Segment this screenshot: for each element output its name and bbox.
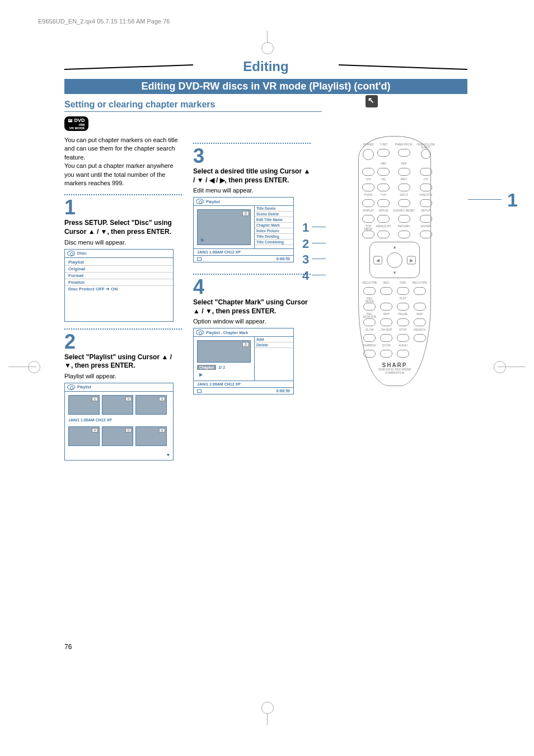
playlist-title: Playlist: [77, 384, 91, 390]
ch-up-button[interactable]: [420, 168, 432, 176]
dvd-rw-badge: 🖭 DVD-RWVR MODE: [64, 116, 88, 131]
audio-button[interactable]: [397, 350, 409, 358]
setup-button[interactable]: [420, 215, 432, 223]
disc-icon: [67, 251, 75, 256]
callout-1: 1: [302, 220, 309, 236]
step-4-number: 4: [193, 277, 311, 297]
thumb-num: 3: [242, 342, 249, 347]
remote-label: FWD: [400, 281, 406, 285]
ch-down-button[interactable]: [420, 184, 432, 191]
num-7-button[interactable]: [362, 199, 374, 207]
remote-label: ZOOM: [382, 344, 391, 348]
tset-button[interactable]: [377, 149, 390, 157]
edit-option: Scene Delete: [255, 212, 293, 217]
eject-button[interactable]: [421, 149, 431, 159]
enter-button[interactable]: [420, 231, 432, 238]
remote-label: REC/OTPB: [363, 281, 377, 285]
search-button[interactable]: [414, 334, 426, 342]
return-button[interactable]: [398, 231, 410, 238]
num-6-button[interactable]: [398, 184, 410, 191]
crop-mark-right: [498, 358, 526, 375]
recmode-button[interactable]: [363, 303, 376, 311]
callout-4: 4: [302, 268, 309, 284]
disc-menu-title: Disc: [77, 250, 87, 257]
step-2-number: 2: [64, 332, 182, 352]
disc-icon: [196, 330, 204, 335]
remote-label: ABC: [381, 162, 386, 166]
pause-button[interactable]: [397, 318, 409, 326]
remote-label: SEARCH: [414, 328, 425, 332]
dpad-right-icon: ▶: [407, 256, 416, 264]
edit-option: Index Picture: [255, 228, 293, 234]
remote-label: REV: [383, 281, 389, 285]
thumb-num: 3: [242, 211, 249, 216]
remote-label: OPEN/CLOSE EJECT: [416, 143, 435, 147]
zoom-button[interactable]: [380, 350, 392, 358]
next-button[interactable]: [414, 303, 426, 311]
playlist-label: JAN/1 1:00AM CH12 XP: [65, 418, 173, 423]
step-1-title: Press SETUP. Select "Disc" using Cursor …: [64, 219, 182, 236]
prev-button[interactable]: [380, 303, 392, 311]
step-1-number: 1: [64, 198, 182, 218]
skip-back-button[interactable]: [380, 318, 392, 326]
remote-label: DISPLAY: [363, 209, 374, 213]
rev-button[interactable]: [380, 287, 392, 295]
remote-label: MENU/LIST: [376, 225, 391, 228]
step-divider: [193, 143, 311, 144]
playlist-thumb: 3: [135, 395, 167, 415]
fwd-button[interactable]: [397, 287, 409, 295]
timer-button[interactable]: [398, 149, 410, 157]
chapter-count: 2/ 2: [218, 365, 225, 369]
rec-button[interactable]: [363, 287, 376, 295]
step-divider: [64, 194, 182, 195]
recmon-button[interactable]: [363, 318, 376, 326]
clear-button[interactable]: [398, 215, 410, 223]
remote-control: POWER T-SET TIMER PROG. OPEN/CLOSE EJECT…: [358, 136, 431, 386]
num-5-button[interactable]: [377, 184, 390, 191]
num-0-button[interactable]: [377, 215, 390, 223]
remote-label: SKIP: [383, 313, 389, 316]
remote-label: T-SET: [380, 143, 387, 147]
dubbing-button[interactable]: [363, 350, 376, 358]
dpad[interactable]: ▲ ▼ ◀ ▶: [369, 242, 420, 278]
skip-fwd-button[interactable]: [414, 318, 426, 326]
time-value: 0:00:59: [277, 257, 290, 261]
slow-button[interactable]: [363, 334, 376, 342]
tape-icon: [197, 389, 202, 393]
remote-label: GHI: [366, 178, 371, 181]
rec2-button[interactable]: [414, 287, 426, 295]
section-title-text: Setting or clearing chapter markers: [64, 100, 215, 109]
remote-label: STOP: [399, 328, 407, 332]
step-2-title: Select "Playlist" using Cursor ▲ / ▼, th…: [64, 353, 182, 370]
num-1-button[interactable]: [362, 168, 374, 176]
num-8-button[interactable]: [377, 199, 390, 207]
disc-menu-item: Finalize: [65, 279, 173, 286]
chapter-mark-screenshot: Playlist - Chapter Mark 3 Chapter2/ 2 ▶ …: [193, 328, 294, 395]
callout-2: 2: [302, 236, 309, 252]
remote-label: CLEAR/C.RESET: [393, 209, 415, 213]
remote-label: TOP MENU: [362, 225, 374, 228]
remote-label: DEF: [401, 162, 407, 166]
num-2-button[interactable]: [377, 168, 390, 176]
chapter-option: Delete: [255, 342, 293, 348]
remote-label: VIDEO/TV: [419, 194, 432, 197]
stop-button[interactable]: [397, 334, 409, 342]
cmskip-button[interactable]: [380, 334, 392, 342]
playlist-screenshot: Playlist 1 2 3 JAN/1 1:00AM CH12 XP 4 5 …: [64, 383, 174, 461]
video-tv-button[interactable]: [420, 199, 432, 207]
menulist-button[interactable]: [377, 231, 390, 238]
num-4-button[interactable]: [362, 184, 374, 191]
display-button[interactable]: [362, 215, 374, 223]
remote-label: MNO: [401, 178, 407, 181]
thumb-num: 6: [159, 428, 165, 433]
play-button[interactable]: [397, 303, 409, 311]
power-button[interactable]: [363, 149, 374, 160]
num-9-button[interactable]: [398, 199, 410, 207]
topmenu-button[interactable]: [362, 231, 374, 238]
disc-menu-item: Disc Protect OFF ➔ ON: [65, 286, 173, 292]
step-1-body: Disc menu will appear.: [64, 239, 182, 246]
thumb-num: 5: [125, 428, 132, 433]
remote-label: SKIP: [416, 313, 423, 316]
num-3-button[interactable]: [398, 168, 410, 176]
badge-sub2: VR MODE: [68, 126, 85, 130]
